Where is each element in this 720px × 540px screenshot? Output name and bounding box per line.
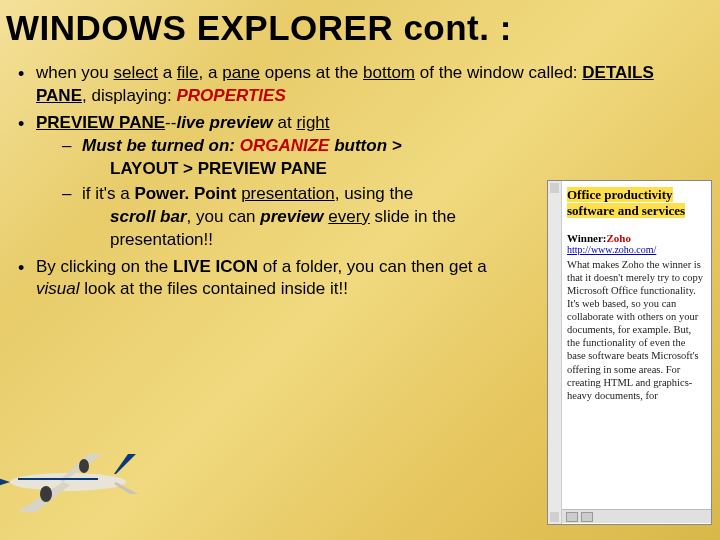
preview-body-text: What makes Zoho the winner is that it do… xyxy=(567,258,706,402)
svg-rect-3 xyxy=(18,478,98,480)
subbullet-powerpoint: if it's a Power. Point presentation, usi… xyxy=(60,183,540,252)
subbullet-organize: Must be turned on: ORGANIZE button > LAY… xyxy=(60,135,540,181)
preview-pane-window: Office productivity software and service… xyxy=(547,180,712,525)
preview-link[interactable]: http://www.zoho.com/ xyxy=(567,244,706,255)
preview-document: Office productivity software and service… xyxy=(562,181,711,524)
slide-title: WINDOWS EXPLORER cont. : xyxy=(0,0,720,62)
svg-point-1 xyxy=(40,486,52,502)
preview-footer-bar xyxy=(562,509,711,523)
airplane-image xyxy=(0,432,148,522)
preview-title: Office productivity software and service… xyxy=(567,187,685,218)
bullet-details-pane: when you select a file, a pane opens at … xyxy=(14,62,708,108)
preview-winner-line: Winner:Zoho xyxy=(567,232,706,244)
preview-nav-prev-icon[interactable] xyxy=(566,512,578,522)
bullet-live-icon: By clicking on the LIVE ICON of a folder… xyxy=(14,256,494,302)
preview-nav-next-icon[interactable] xyxy=(581,512,593,522)
svg-point-2 xyxy=(79,459,89,473)
preview-scrollbar[interactable] xyxy=(548,181,562,524)
